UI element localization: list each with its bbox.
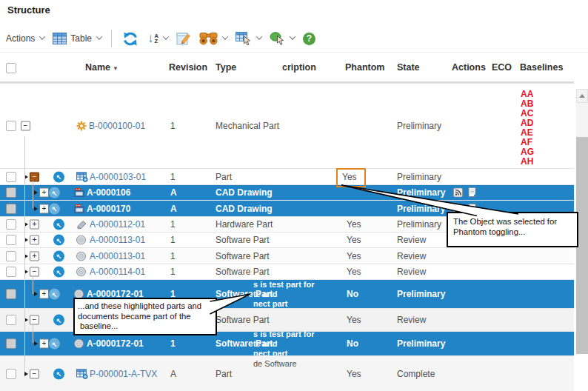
software-icon [76,235,86,245]
expand-toggle[interactable]: + [39,339,49,349]
rss-action-icon[interactable] [453,188,463,198]
part-name-link[interactable]: A-0000103-01 [90,172,146,182]
part-name-link[interactable]: A-0000114-01 [90,267,145,277]
callout-text-line: ...and these highlighted parts and [78,301,213,312]
expand-toggle[interactable]: + [39,204,49,213]
expand-toggle[interactable]: + [30,251,39,261]
part-name-link[interactable]: A-0000106 [87,187,130,198]
scrollbar-thumb[interactable] [576,103,588,137]
state-cell: Review [397,267,426,277]
sort-desc-icon: ▼ [113,65,118,72]
collapse-toggle[interactable]: − [30,369,39,378]
tree-connector-line [33,324,33,343]
column-header-baselines[interactable]: Baselines [520,62,563,73]
table-menu-label: Table [70,33,92,44]
expand-toggle[interactable]: + [39,188,49,198]
table-row: +↖A-0000113-011Software PartYesReview [0,247,574,264]
tree-arrow-icon [34,292,38,296]
row-checkbox[interactable] [6,289,16,299]
column-header-revision[interactable]: Revision [169,62,207,73]
type-cell: Mechanical Part [216,121,279,131]
row-checkbox[interactable] [6,251,16,261]
add-doc-action-icon[interactable] [468,187,478,198]
sort-az-icon: ↓AZ [147,33,158,44]
revision-cell: 1 [170,235,176,245]
row-checkbox[interactable] [6,172,16,182]
description-cell: s is test part forte andnect part [253,330,315,358]
part-name-link[interactable]: B-0000100-01 [89,121,145,131]
row-checkbox[interactable] [6,187,16,198]
status-circle-icon: ↖ [53,219,64,230]
select-all-checkbox[interactable] [6,63,16,73]
table-select-icon [235,32,252,46]
part-name-link[interactable]: A-0000113-01 [90,235,145,245]
sort-button[interactable]: ↓AZ [147,33,168,44]
table-header: Name▼ Revision Type cription Phantom Sta… [0,53,574,83]
column-header-type[interactable]: Type [216,62,236,73]
phantom-cell: Yes [347,235,361,245]
column-header-name[interactable]: Name▼ [85,62,118,73]
phantom-cell: Yes [347,267,361,277]
hardware-icon [76,220,87,230]
table-row: −↖A-0000114-011Software PartYesReview [0,264,574,279]
help-button[interactable]: ? [303,33,315,45]
revision-cell: 1 [170,267,176,277]
column-header-description[interactable]: cription [282,62,316,73]
callout-text-line: documents became part of the [78,312,213,322]
status-circle-icon: ↖ [53,315,64,326]
cad-icon [74,204,84,213]
collapse-toggle[interactable]: − [30,267,39,277]
find-button[interactable] [199,32,227,45]
row-checkbox[interactable] [6,369,16,379]
type-cell: Software Part [216,251,270,261]
part-name-link[interactable]: A-0000112-01 [90,219,145,230]
column-header-phantom[interactable]: Phantom [345,62,384,73]
table-view-button[interactable] [235,32,261,46]
state-cell: Preliminary [397,204,445,214]
collapse-toggle[interactable]: − [30,172,39,181]
status-circle-icon: ↖ [53,250,64,261]
row-checkbox[interactable] [6,219,16,230]
revision-cell: 1 [170,338,176,349]
row-checkbox[interactable] [6,235,16,245]
revision-cell: A [170,204,177,214]
row-checkbox[interactable] [6,121,16,131]
part-icon [76,369,88,379]
scrollbar-up-arrow[interactable] [576,89,588,103]
row-checkbox[interactable] [6,204,16,214]
cad-icon [74,188,84,198]
gear-icon [76,121,87,131]
part-name-link[interactable]: A-0000113-01 [90,251,145,261]
part-name-link[interactable]: P-000001-A-TVX [90,369,157,379]
expand-toggle[interactable]: + [30,220,39,230]
table-menu-button[interactable]: Table [53,33,101,44]
row-checkbox[interactable] [6,338,16,349]
part-name-link[interactable]: A-0000172-01 [87,338,144,349]
row-checkbox[interactable] [6,267,16,277]
column-header-actions[interactable]: Actions [452,62,486,73]
tree-arrow-icon [34,341,38,346]
status-circle-icon: ↖ [49,187,60,198]
software-icon [76,267,86,277]
state-cell: Preliminary [397,172,441,182]
callout-text-line: Phantom toggling... [453,227,572,238]
collapse-toggle[interactable]: − [30,315,39,325]
pick-action-button[interactable] [270,32,295,45]
callout-phantom-toggle: The Object was selected for Phantom togg… [447,212,578,247]
column-header-state[interactable]: State [397,62,420,73]
type-cell: Software Part [216,235,270,245]
pick-action-icon [270,32,285,45]
refresh-button[interactable] [121,31,139,47]
actions-menu-button[interactable]: Actions [6,33,44,44]
expand-toggle[interactable]: + [39,290,49,299]
type-cell: Hardware Part [216,219,273,230]
description-cell: s is test part forte andnect part [253,280,315,309]
collapse-toggle[interactable]: − [21,121,30,131]
row-checkbox[interactable] [6,315,16,325]
part-name-link[interactable]: A-0000170 [87,204,130,214]
column-header-eco[interactable]: ECO [492,62,512,73]
phantom-cell: Yes [347,315,361,325]
expand-toggle[interactable]: + [30,235,39,245]
edit-button[interactable] [176,31,191,46]
phantom-cell: Yes [347,369,361,379]
